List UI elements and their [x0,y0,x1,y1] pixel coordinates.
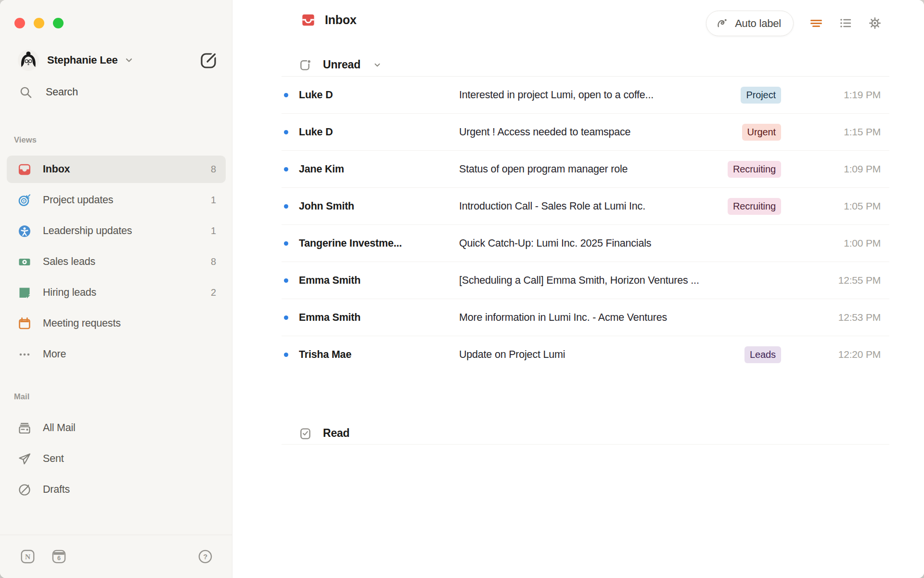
notion-logo-icon[interactable]: N [20,549,35,564]
email-time: 1:00 PM [781,237,881,249]
close-window-button[interactable] [14,18,25,28]
account-name: Stephanie Lee [47,54,118,66]
email-time: 12:55 PM [781,275,881,286]
sidebar-item-hiring-leads[interactable]: Hiring leads2 [7,279,226,306]
auto-label-icon [716,17,729,30]
email-subject: Urgent ! Access needed to teamspace [459,126,742,138]
zoom-window-button[interactable] [53,18,64,28]
email-tag[interactable]: Project [741,87,781,104]
email-tag-column: Leads [744,346,781,363]
chevron-down-icon [373,61,382,69]
read-checkbox-icon [299,427,312,440]
mail-stack-icon [18,421,31,435]
unread-dot [284,130,288,134]
email-tag-column: Recruiting [728,161,781,178]
email-time: 1:15 PM [781,126,881,138]
unread-count: 1 [211,225,216,236]
read-group-header[interactable]: Read [299,427,349,440]
unread-group-header[interactable]: Unread [299,58,382,71]
sidebar-item-project-updates[interactable]: Project updates1 [7,186,226,214]
auto-label-text: Auto label [735,17,781,30]
email-row[interactable]: Luke DInterested in project Lumi, open t… [282,77,889,114]
sidebar-item-label: More [43,348,66,360]
chevron-down-icon [124,55,134,65]
email-subject: More information in Lumi Inc. - Acme Ven… [459,312,781,324]
svg-text:N: N [25,552,30,561]
sidebar-item-label: Project updates [43,194,113,206]
help-icon[interactable]: ? [198,549,213,564]
email-subject: Status of open program manager role [459,163,728,175]
auto-label-button[interactable]: Auto label [706,11,794,36]
sidebar-item-label: Inbox [43,163,70,175]
email-tag[interactable]: Recruiting [728,198,781,215]
sidebar-item-more[interactable]: More [7,341,226,368]
email-sender: Luke D [299,126,459,138]
compose-icon[interactable] [198,50,219,71]
email-sender: Jane Kim [299,163,459,175]
unread-count: 2 [211,287,216,298]
sidebar-item-label: Leadership updates [43,225,132,237]
email-tag-column: Project [741,87,781,104]
filter-icon[interactable] [809,16,823,30]
gear-icon[interactable] [868,16,882,30]
account-switcher[interactable]: Stephanie Lee [18,49,219,72]
sidebar-item-label: Drafts [43,484,70,496]
unread-dot [284,167,288,171]
email-sender: Emma Smith [299,275,459,287]
read-label: Read [323,427,349,440]
draft-icon [18,483,31,497]
minimize-window-button[interactable] [34,18,44,28]
email-time: 12:20 PM [781,349,881,360]
calendar-6-icon[interactable]: 6 [51,549,66,564]
sidebar: Stephanie Lee Search ViewsInbox8Project … [0,0,232,578]
sidebar-item-all-mail[interactable]: All Mail [7,414,226,442]
sidebar-item-label: Sent [43,453,64,465]
unread-dot [284,353,288,357]
email-tag-column: Recruiting [728,198,781,215]
email-subject: Update on Project Lumi [459,349,744,361]
email-sender: John Smith [299,200,459,212]
sidebar-item-label: All Mail [43,422,76,434]
email-tag[interactable]: Leads [744,346,781,363]
sidebar-item-meeting-requests[interactable]: Meeting requests [7,310,226,337]
email-row[interactable]: Trisha MaeUpdate on Project LumiLeads12:… [282,336,889,373]
email-row[interactable]: Jane KimStatus of open program manager r… [282,151,889,188]
email-row[interactable]: Emma Smith[Scheduling a Call] Emma Smith… [282,262,889,299]
email-sender: Luke D [299,89,459,101]
sidebar-item-label: Hiring leads [43,287,96,299]
search-label: Search [46,86,78,98]
unread-dot [284,204,288,209]
unread-label: Unread [323,58,360,71]
sidebar-item-sales-leads[interactable]: Sales leads8 [7,248,226,276]
bullet-list-icon[interactable] [838,16,853,30]
sidebar-item-leadership-updates[interactable]: Leadership updates1 [7,217,226,245]
search-icon [19,86,32,99]
sidebar-item-drafts[interactable]: Drafts [7,476,226,503]
email-row[interactable]: John SmithIntroduction Call - Sales Role… [282,188,889,225]
email-subject: Introduction Call - Sales Role at Lumi I… [459,200,728,212]
sidebar-item-label: Sales leads [43,256,95,268]
unread-count: 8 [211,256,216,267]
email-tag[interactable]: Recruiting [728,161,781,178]
unread-dot [284,315,288,320]
svg-text:6: 6 [57,554,61,562]
money-icon [18,255,31,269]
sidebar-section-mail: MailAll MailSentDrafts [7,392,226,507]
unread-count: 8 [211,164,216,175]
sidebar-item-label: Meeting requests [43,317,121,329]
email-tag[interactable]: Urgent [742,124,781,141]
search-input[interactable]: Search [19,86,78,99]
email-row[interactable]: Luke DUrgent ! Access needed to teamspac… [282,114,889,151]
email-row[interactable]: Tangerine Investme...Quick Catch-Up: Lum… [282,225,889,262]
paper-plane-icon [18,452,31,466]
unread-count: 1 [211,195,216,206]
main-panel: Inbox Auto label [232,0,924,578]
email-row[interactable]: Emma SmithMore information in Lumi Inc. … [282,299,889,336]
read-divider [282,444,889,445]
email-sender: Trisha Mae [299,349,459,361]
sidebar-item-inbox[interactable]: Inbox8 [7,156,226,183]
unread-icon [299,58,312,71]
section-label: Views [14,135,226,146]
unread-dot [284,241,288,246]
sidebar-item-sent[interactable]: Sent [7,445,226,473]
